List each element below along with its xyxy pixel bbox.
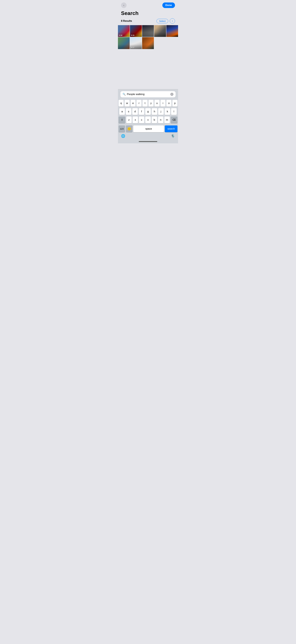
photo-item-1[interactable]: 0:18 [118, 25, 130, 37]
shift-key[interactable]: ⇧ [119, 116, 125, 123]
numbers-key[interactable]: 123 [119, 126, 125, 132]
key-y[interactable]: y [148, 100, 154, 106]
search-key[interactable]: search [165, 126, 177, 132]
emoji-key[interactable]: 🙂 [126, 126, 132, 132]
empty-space [118, 49, 178, 89]
bottom-row: 123 🙂 space search [118, 126, 178, 133]
key-v[interactable]: v [145, 116, 151, 123]
photo-item-7[interactable]: 0:17 [130, 37, 142, 49]
home-bar [139, 141, 157, 142]
key-c[interactable]: c [139, 116, 144, 123]
key-p[interactable]: p [172, 100, 177, 106]
done-button[interactable]: Done [162, 2, 175, 8]
key-b[interactable]: b [152, 116, 157, 123]
accessory-row: 🌐 🎙️ [118, 133, 178, 140]
search-bar[interactable]: 🔍 People walking ✕ [120, 91, 176, 97]
key-s[interactable]: s [126, 108, 131, 115]
space-key[interactable]: space [133, 126, 164, 132]
globe-icon[interactable]: 🌐 [121, 134, 125, 138]
select-button[interactable]: Select [156, 19, 168, 23]
key-o[interactable]: o [166, 100, 171, 106]
results-count: 8 Results [121, 20, 132, 22]
key-g[interactable]: g [145, 108, 151, 115]
photo-item-8[interactable] [142, 37, 154, 49]
search-bar-wrapper: 🔍 People walking ✕ [118, 89, 178, 98]
results-actions: Select ↕ [156, 18, 175, 24]
key-row-3: ⇧ z x c v b n m ⌫ [119, 116, 177, 123]
sort-button[interactable]: ↕ [170, 18, 175, 24]
page-title: Search [118, 10, 178, 18]
key-u[interactable]: u [154, 100, 160, 106]
photo-duration-1: 0:18 [119, 34, 122, 36]
microphone-icon[interactable]: 🎙️ [171, 134, 175, 138]
key-z[interactable]: z [126, 116, 132, 123]
key-f[interactable]: f [139, 108, 144, 115]
photo-item-3[interactable] [142, 25, 154, 37]
back-button[interactable]: ‹ [121, 2, 127, 8]
key-q[interactable]: q [119, 100, 124, 106]
photo-empty-2 [166, 37, 178, 49]
photo-item-6[interactable] [118, 37, 130, 49]
photo-item-5[interactable] [166, 25, 178, 37]
key-i[interactable]: i [160, 100, 166, 106]
key-x[interactable]: x [133, 116, 138, 123]
photo-duration-2: 0:19 [131, 34, 134, 36]
home-indicator [118, 140, 178, 143]
keyboard-area: 🔍 People walking ✕ q w e r t y u i o p a… [118, 89, 178, 143]
delete-key[interactable]: ⌫ [171, 116, 177, 123]
photo-grid-row2: 0:17 [118, 37, 178, 49]
search-query-text: People walking [127, 93, 169, 96]
photo-item-4[interactable] [154, 25, 166, 37]
key-j[interactable]: j [158, 108, 164, 115]
key-row-2: a s d f g h j k l [119, 108, 177, 115]
keyboard-rows: q w e r t y u i o p a s d f g h j k l ⇧ … [118, 98, 178, 126]
key-r[interactable]: r [136, 100, 142, 106]
photo-grid-row1: 0:18 0:19 [118, 25, 178, 37]
results-bar: 8 Results Select ↕ [118, 18, 178, 25]
search-icon: 🔍 [123, 93, 126, 96]
clear-icon: ✕ [171, 93, 173, 95]
key-n[interactable]: n [158, 116, 163, 123]
key-row-1: q w e r t y u i o p [119, 100, 177, 106]
top-nav: ‹ Done [118, 0, 178, 10]
key-l[interactable]: l [171, 108, 177, 115]
key-w[interactable]: w [125, 100, 130, 106]
search-clear-button[interactable]: ✕ [170, 93, 173, 96]
key-d[interactable]: d [132, 108, 138, 115]
photo-empty-1 [154, 37, 166, 49]
key-m[interactable]: m [164, 116, 170, 123]
key-a[interactable]: a [119, 108, 125, 115]
photo-item-2[interactable]: 0:19 [130, 25, 142, 37]
key-e[interactable]: e [131, 100, 136, 106]
key-t[interactable]: t [142, 100, 148, 106]
photo-duration-7: 0:17 [131, 46, 134, 48]
key-h[interactable]: h [152, 108, 157, 115]
key-k[interactable]: k [165, 108, 170, 115]
